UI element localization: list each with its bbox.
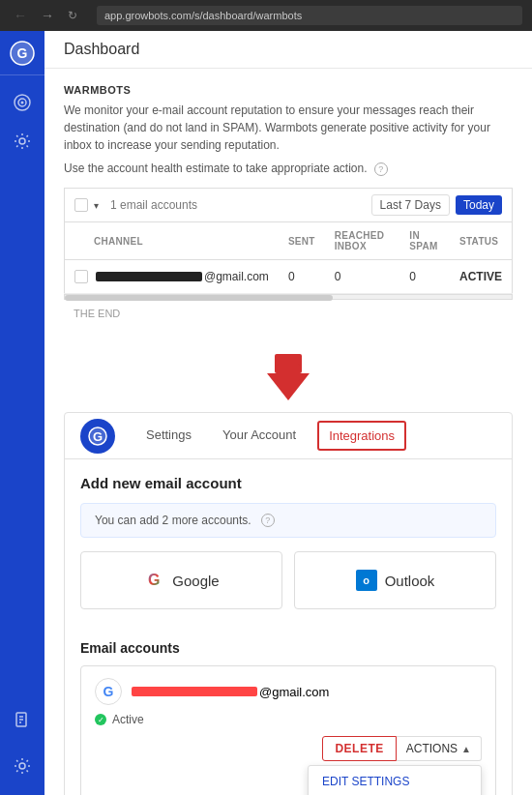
settings-panel: G Settings Your Account Integrations Add… [64,412,513,795]
outlook-label: Outlook [385,573,435,589]
filter-count: 1 email accounts [110,198,197,212]
sidebar-item-gear-bottom[interactable] [0,747,44,785]
the-end-label: THE END [64,300,513,327]
email-accounts-title: Email accounts [80,640,496,656]
email-account-card: G @gmail.com Active DELETE ACTIONS [80,665,496,795]
date-range-button[interactable]: Last 7 Days [371,194,450,216]
active-status: Active [95,713,482,726]
warmbots-icon [14,94,31,111]
select-all-checkbox[interactable] [74,198,88,212]
cell-channel: @gmail.com [65,260,279,294]
page-title: Dashboard [64,41,139,57]
cell-status: ACTIVE [450,260,513,294]
growbots-settings-icon: G [88,427,107,446]
delete-button[interactable]: DELETE [322,736,396,761]
settings-icon [14,132,31,150]
cell-sent: 0 [279,260,325,294]
cell-reached-inbox: 0 [325,260,400,294]
actions-chevron-icon: ▲ [461,744,471,754]
actions-label: ACTIONS [406,742,458,755]
back-button[interactable]: ← [10,6,31,25]
tab-settings[interactable]: Settings [131,414,207,457]
actions-dropdown: EDIT SETTINGS PERFORM DELIVERABILITY TES… [308,765,482,795]
col-channel: CHANNEL [65,222,279,260]
email-accounts-section: Email accounts G @gmail.com Active [65,640,512,795]
col-status: STATUS [450,222,513,260]
col-in-spam: IN SPAM [399,222,450,260]
sidebar-item-documents[interactable] [0,700,44,739]
red-arrow-down [267,354,310,400]
filter-dropdown-arrow[interactable]: ▾ [92,198,101,213]
refresh-button[interactable]: ↻ [64,7,81,24]
url-text: app.growbots.com/s/dashboard/warmbots [104,10,302,21]
warmbots-title: WARMBOTS [64,84,513,96]
warmbots-description2: Use the account health estimate to take … [64,162,513,176]
forward-button[interactable]: → [37,6,58,25]
svg-point-5 [19,138,25,144]
today-button[interactable]: Today [456,195,502,215]
email-account-top: G @gmail.com [95,678,482,705]
provider-buttons: G Google o Outlook [80,551,496,609]
sidebar-bottom [0,700,44,795]
filter-bar: ▾ 1 email accounts Last 7 Days Today [64,188,513,221]
sidebar: G [0,31,44,795]
col-sent: SENT [279,222,325,260]
arrow-head [267,373,310,400]
google-provider-button[interactable]: G Google [80,551,282,609]
google-icon: G [143,570,164,591]
browser-nav: ← → ↻ [10,6,81,25]
gmail-badge: G [95,678,122,705]
horizontal-scrollbar[interactable] [64,294,513,300]
top-bar: Dashboard [44,31,532,69]
browser-chrome: ← → ↻ app.growbots.com/s/dashboard/warmb… [0,0,532,31]
email-domain: @gmail.com [204,270,269,283]
tab-your-account[interactable]: Your Account [207,414,311,457]
email-redacted [96,272,202,281]
tab-integrations[interactable]: Integrations [317,421,406,451]
can-add-note: You can add 2 more accounts. ? [80,503,496,538]
main-content: Dashboard WARMBOTS We monitor your e-mai… [44,31,532,795]
settings-logo: G [80,419,115,454]
active-dot-icon [95,714,106,725]
app-wrapper: G [0,31,532,795]
table-header-row: CHANNEL SENT REACHED INBOX IN SPAM STATU… [65,222,513,260]
outlook-provider-button[interactable]: o Outlook [294,551,496,609]
warmbots-description1: We monitor your e-mail account reputatio… [64,102,513,154]
settings-tabs: G Settings Your Account Integrations [65,413,512,459]
gear-bottom-icon [14,757,31,775]
accounts-table: CHANNEL SENT REACHED INBOX IN SPAM STATU… [64,221,513,294]
svg-point-10 [19,763,25,769]
arrow-indicator [44,342,532,412]
google-label: Google [172,573,219,589]
sidebar-item-warmbots[interactable] [0,83,44,122]
add-email-section: Add new email account You can add 2 more… [65,459,512,640]
outlook-icon: o [356,570,377,591]
filter-left: ▾ 1 email accounts [74,198,197,213]
sidebar-item-settings[interactable] [0,122,44,161]
filter-right: Last 7 Days Today [371,194,502,216]
svg-text:G: G [93,429,103,444]
dropdown-item-edit-settings[interactable]: EDIT SETTINGS [309,766,481,795]
can-add-help-icon[interactable]: ? [261,514,275,527]
actions-button[interactable]: ACTIONS ▲ [397,736,482,761]
address-bar[interactable]: app.growbots.com/s/dashboard/warmbots [97,6,522,25]
dropdown-wrapper: EDIT SETTINGS PERFORM DELIVERABILITY TES… [95,763,482,795]
growbots-logo-icon: G [10,41,35,66]
health-help-icon[interactable]: ? [374,162,388,176]
warmbots-section: WARMBOTS We monitor your e-mail account … [44,69,532,342]
documents-icon [14,711,31,728]
sidebar-logo[interactable]: G [0,31,44,75]
table-row: @gmail.com 0 0 0 ACTIVE [65,260,513,294]
scrollbar-thumb[interactable] [65,295,333,301]
email-display: @gmail.com [132,685,329,699]
cell-in-spam: 0 [399,260,450,294]
email-redacted-bar [132,687,257,696]
email-domain-card: @gmail.com [259,685,329,699]
card-actions: DELETE ACTIONS ▲ [95,736,482,761]
row-checkbox[interactable] [74,270,88,283]
active-label: Active [112,713,144,726]
add-email-title: Add new email account [80,475,496,491]
col-reached-inbox: REACHED INBOX [325,222,400,260]
masked-email: @gmail.com [96,270,269,283]
svg-text:G: G [17,45,28,61]
